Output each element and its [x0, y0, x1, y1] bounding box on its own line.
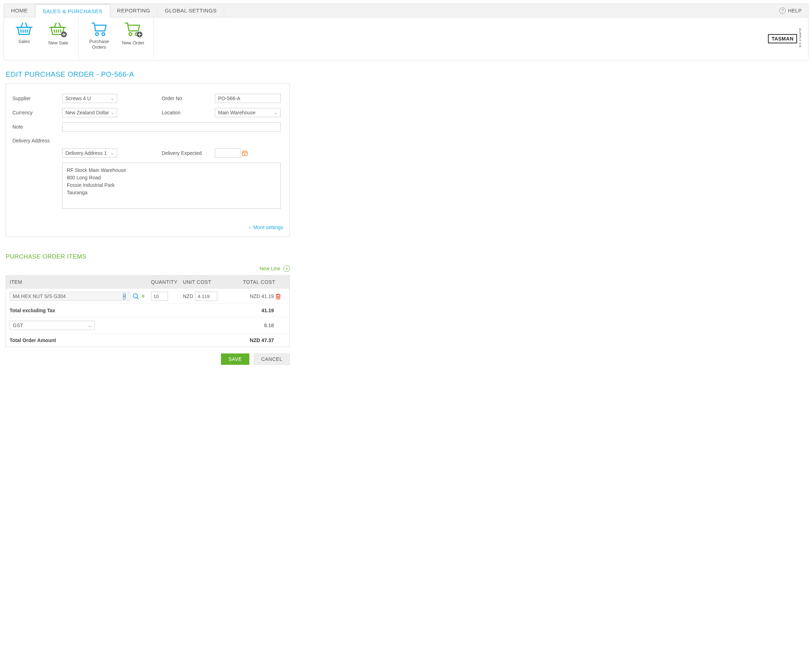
cart-icon [91, 21, 108, 37]
more-settings-link[interactable]: › More settings [12, 224, 283, 230]
svg-point-15 [129, 33, 132, 35]
row-total: NZD 41.19 [226, 294, 275, 299]
delivery-expected-input[interactable] [215, 149, 240, 158]
delivery-expected-label: Delivery Expected [161, 150, 215, 156]
tax-select[interactable]: GST ⌄ [9, 321, 95, 330]
orderno-input[interactable] [215, 94, 281, 103]
brand-name: TASMAN [768, 34, 797, 43]
svg-point-13 [95, 33, 98, 35]
delivery-address-select[interactable]: Delivery Address 1 ⌄ [62, 149, 117, 158]
item-row: M4 HEX NUT S/S G304 🔗 + NZD NZD 41.19 [6, 288, 289, 304]
col-total: TOTAL COST [226, 279, 275, 285]
link-icon: 🔗 [120, 292, 128, 300]
help-link[interactable]: ? HELP [773, 4, 808, 17]
currency-label: Currency [12, 110, 62, 115]
tab-sales-purchases[interactable]: SALES & PURCHASES [35, 4, 110, 17]
svg-line-27 [137, 298, 139, 300]
supplier-select[interactable]: Screws 4 U ⌄ [62, 94, 117, 103]
delivery-address-text[interactable]: RF Stock Main Warehouse 800 Long Road Fo… [62, 163, 281, 209]
tab-home[interactable]: HOME [4, 4, 35, 17]
chevron-down-icon: ⌄ [111, 151, 114, 155]
subtotal-label: Total excluding Tax [9, 308, 151, 313]
chevron-down-icon: ⌄ [274, 110, 277, 115]
note-input[interactable] [62, 122, 281, 131]
plus-icon[interactable]: + [141, 293, 145, 300]
top-nav: HOME SALES & PURCHASES REPORTING GLOBAL … [4, 4, 808, 17]
ribbon-po-label: Purchase Orders [85, 39, 113, 50]
note-label: Note [12, 124, 62, 130]
ribbon-sales-label: Sales [18, 39, 30, 45]
chevron-down-icon: ⌄ [111, 96, 114, 101]
ribbon-new-sale-label: New Sale [48, 40, 68, 46]
basket-plus-icon [49, 21, 68, 38]
tab-reporting[interactable]: REPORTING [110, 4, 158, 17]
ribbon-purchase-orders[interactable]: Purchase Orders [85, 21, 113, 58]
items-panel: ITEM QUANTITY UNIT COST TOTAL COST M4 HE… [6, 275, 290, 347]
ribbon-sales[interactable]: Sales [10, 21, 38, 58]
currency-select[interactable]: New Zealand Dollar ⌄ [62, 108, 117, 117]
qty-input[interactable] [151, 292, 168, 301]
supplier-label: Supplier [12, 95, 62, 101]
item-name-input[interactable]: M4 HEX NUT S/S G304 🔗 [9, 292, 130, 301]
new-line-button[interactable]: New Line + [6, 263, 290, 275]
col-item: ITEM [9, 279, 151, 285]
po-form-panel: Supplier Screws 4 U ⌄ Order No Currency … [6, 83, 290, 237]
cancel-button[interactable]: CANCEL [254, 354, 290, 365]
tab-global-settings[interactable]: GLOBAL SETTINGS [158, 4, 224, 17]
items-section-title: PURCHASE ORDER ITEMS [0, 240, 812, 263]
location-select[interactable]: Main Warehouse ⌄ [215, 108, 281, 117]
search-icon[interactable] [132, 293, 139, 300]
help-icon: ? [779, 8, 786, 14]
page-title: EDIT PURCHASE ORDER - PO-566-A [0, 64, 812, 83]
ribbon-new-order[interactable]: New Order [119, 21, 147, 58]
svg-point-14 [102, 33, 105, 35]
orderno-label: Order No [161, 95, 215, 101]
col-qty: QUANTITY [151, 279, 183, 285]
calendar-icon[interactable] [241, 150, 248, 156]
brand-sub: SUPPLY CO. [798, 28, 802, 49]
grand-total-label: Total Order Amount [9, 337, 151, 343]
ribbon-new-order-label: New Order [122, 40, 145, 46]
chevron-down-icon: ⌄ [88, 323, 92, 328]
tax-value: 6.18 [226, 323, 275, 328]
grand-total-value: NZD 47.37 [226, 337, 275, 343]
ribbon: Sales New Sale [4, 17, 808, 60]
unit-cost-input[interactable] [195, 292, 217, 301]
ribbon-new-sale[interactable]: New Sale [45, 21, 72, 58]
location-label: Location [161, 110, 215, 115]
chevron-down-icon: ⌄ [111, 110, 114, 115]
cart-plus-icon [124, 21, 142, 38]
subtotal-value: 41.19 [226, 308, 275, 313]
brand-logo: TASMAN SUPPLY CO. [761, 17, 808, 60]
delivery-address-label: Delivery Address [12, 137, 62, 143]
delete-row-icon[interactable] [275, 293, 286, 300]
basket-icon [15, 21, 33, 37]
help-label: HELP [788, 8, 802, 14]
save-button[interactable]: SAVE [221, 354, 249, 365]
col-unit: UNIT COST [183, 279, 226, 285]
plus-circle-icon: + [283, 265, 290, 272]
chevron-right-icon: › [249, 224, 251, 230]
